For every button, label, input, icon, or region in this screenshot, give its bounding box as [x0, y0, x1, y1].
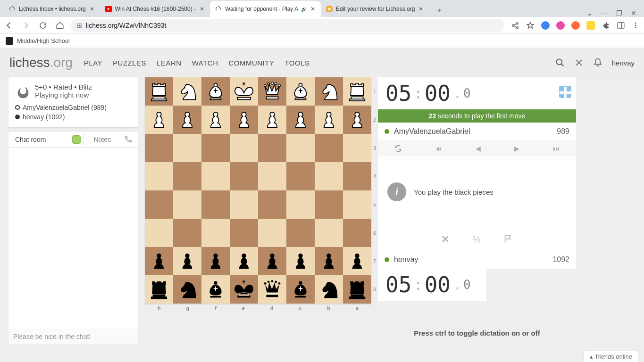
share-icon[interactable] — [511, 21, 519, 30]
square[interactable] — [315, 275, 343, 304]
menu-tools[interactable]: TOOLS — [284, 59, 309, 67]
square[interactable] — [286, 190, 315, 219]
square[interactable] — [230, 134, 258, 162]
square[interactable] — [343, 190, 371, 219]
square[interactable] — [230, 275, 258, 304]
square[interactable] — [145, 190, 173, 219]
close-icon[interactable]: ✕ — [199, 6, 205, 12]
square[interactable] — [201, 162, 230, 190]
square[interactable] — [258, 106, 286, 134]
square[interactable] — [286, 247, 315, 275]
opponent-name-bar[interactable]: AmyValenzuelaGabriel 989 — [378, 123, 576, 140]
tab-notes[interactable]: Notes — [87, 132, 117, 147]
square[interactable] — [258, 162, 286, 190]
square[interactable] — [258, 219, 286, 247]
voice-icon[interactable] — [123, 135, 133, 144]
square[interactable] — [286, 162, 315, 190]
menu-watch[interactable]: WATCH — [192, 59, 218, 67]
home-icon[interactable] — [56, 21, 64, 30]
square[interactable] — [145, 77, 173, 106]
square[interactable] — [145, 219, 173, 247]
prev-move-icon[interactable]: ◀ — [476, 145, 481, 152]
square[interactable] — [201, 190, 230, 219]
square[interactable] — [201, 219, 230, 247]
challenge-icon[interactable] — [574, 58, 584, 67]
new-tab-button[interactable]: ＋ — [433, 4, 446, 17]
square[interactable] — [343, 77, 371, 106]
me-row[interactable]: henvay (1092) — [15, 112, 132, 122]
square[interactable] — [145, 106, 173, 134]
square[interactable] — [258, 77, 286, 106]
square[interactable] — [201, 77, 230, 106]
extension-icon[interactable] — [571, 21, 580, 30]
square[interactable] — [286, 106, 315, 134]
square[interactable] — [315, 219, 343, 247]
square[interactable] — [173, 77, 201, 106]
chat-input[interactable]: Please be nice in the chat! — [8, 329, 138, 344]
extension-icon[interactable] — [541, 21, 550, 30]
sidepanel-icon[interactable] — [617, 21, 625, 30]
extension-icon[interactable] — [556, 21, 565, 30]
menu-icon[interactable] — [632, 22, 639, 29]
square[interactable] — [343, 247, 371, 275]
browser-tab[interactable]: Lichess Inbox • lichess.org ✕ — [4, 1, 100, 17]
square[interactable] — [315, 247, 343, 275]
square[interactable] — [145, 275, 173, 304]
close-icon[interactable]: ✕ — [418, 6, 424, 12]
square[interactable] — [173, 275, 201, 304]
square[interactable] — [173, 247, 201, 275]
square[interactable] — [258, 134, 286, 162]
square[interactable] — [286, 134, 315, 162]
square[interactable] — [315, 190, 343, 219]
search-icon[interactable] — [555, 58, 565, 67]
opponent-row[interactable]: AmyValenzuelaGabriel (989) — [15, 103, 132, 112]
url-bar[interactable]: ⊞ lichess.org/WZwVlNhC393t — [71, 19, 504, 32]
square[interactable] — [286, 77, 315, 106]
bookmark-item[interactable]: Middle/High School — [17, 37, 70, 44]
menu-puzzles[interactable]: PUZZLES — [113, 59, 146, 67]
menu-play[interactable]: PLAY — [84, 59, 102, 67]
square[interactable] — [230, 106, 258, 134]
square[interactable] — [201, 134, 230, 162]
abort-button[interactable] — [441, 234, 450, 244]
resign-button[interactable] — [503, 234, 513, 244]
user-menu[interactable]: henvay — [612, 59, 635, 67]
square[interactable] — [343, 134, 371, 162]
give-time-button[interactable]: + — [559, 86, 571, 98]
square[interactable] — [343, 106, 371, 134]
extensions-icon[interactable] — [602, 21, 610, 30]
browser-tab[interactable]: Win At Chess #16 (1800-2500) - ✕ — [100, 1, 210, 17]
chevron-down-icon[interactable]: ⌄ — [587, 9, 593, 17]
maximize-icon[interactable]: ❐ — [616, 9, 622, 17]
square[interactable] — [258, 190, 286, 219]
bookmark-star-icon[interactable] — [526, 21, 535, 30]
square[interactable] — [173, 162, 201, 190]
square[interactable] — [173, 106, 201, 134]
chat-toggle[interactable] — [72, 135, 81, 144]
tab-chatroom[interactable]: Chat room — [8, 132, 52, 147]
square[interactable] — [230, 77, 258, 106]
square[interactable] — [315, 77, 343, 106]
square[interactable] — [343, 219, 371, 247]
chess-board[interactable] — [145, 77, 371, 304]
square[interactable] — [145, 162, 173, 190]
my-name-bar[interactable]: henvay 1092 — [378, 251, 576, 269]
browser-tab[interactable]: Edit your review for Lichess.org ✕ — [321, 1, 429, 17]
square[interactable] — [201, 106, 230, 134]
extension-icon[interactable] — [586, 21, 595, 30]
square[interactable] — [315, 162, 343, 190]
square[interactable] — [315, 106, 343, 134]
forward-icon[interactable] — [22, 21, 30, 30]
back-icon[interactable] — [5, 21, 13, 30]
square[interactable] — [230, 190, 258, 219]
square[interactable] — [258, 247, 286, 275]
square[interactable] — [258, 275, 286, 304]
close-icon[interactable]: ✕ — [309, 6, 316, 12]
bell-icon[interactable] — [593, 58, 602, 67]
site-info-icon[interactable]: ⊞ — [76, 22, 82, 29]
square[interactable] — [173, 190, 201, 219]
square[interactable] — [343, 275, 371, 304]
square[interactable] — [201, 247, 230, 275]
next-move-icon[interactable]: ▶ — [514, 145, 519, 152]
square[interactable] — [230, 162, 258, 190]
